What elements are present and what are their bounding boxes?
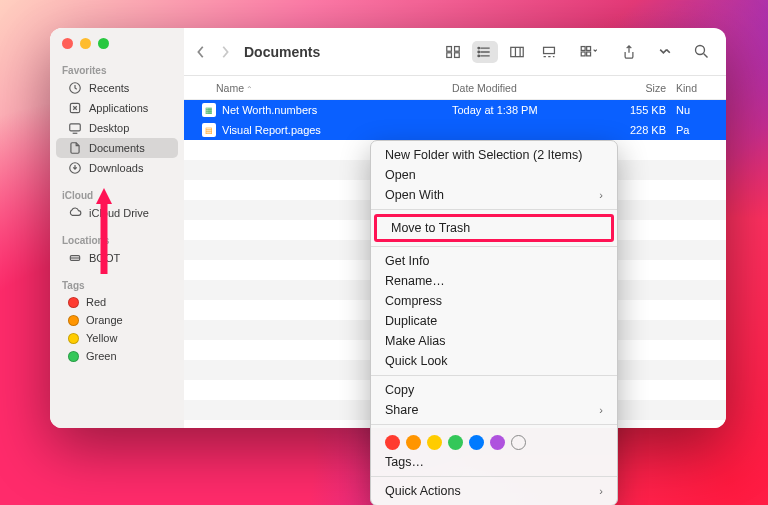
column-header-date[interactable]: Date Modified	[452, 82, 602, 94]
sidebar-heading-locations: Locations	[50, 231, 184, 248]
sidebar-item-icloud-drive[interactable]: iCloud Drive	[56, 203, 178, 223]
file-name: Visual Report.pages	[222, 124, 321, 136]
file-row[interactable]: ▦Net Worth.numbers Today at 1:38 PM 155 …	[184, 100, 726, 120]
toolbar: Documents	[184, 28, 726, 76]
chevron-right-icon: ›	[599, 404, 603, 416]
file-kind: Nu	[676, 104, 726, 116]
sidebar-tag-orange[interactable]: Orange	[56, 311, 178, 329]
forward-button[interactable]	[220, 45, 230, 59]
ctx-open[interactable]: Open	[371, 165, 617, 185]
search-button[interactable]	[688, 41, 714, 63]
svg-point-9	[478, 47, 480, 49]
annotation-arrow	[95, 188, 113, 274]
file-row[interactable]: ▤Visual Report.pages 228 KB Pa	[184, 120, 726, 140]
tag-dot-icon	[68, 351, 79, 362]
sidebar-item-label: Green	[86, 350, 117, 362]
tag-dot-icon	[68, 333, 79, 344]
ctx-get-info[interactable]: Get Info	[371, 251, 617, 271]
svg-point-10	[478, 51, 480, 53]
svg-rect-8	[455, 52, 460, 57]
tag-color-none[interactable]	[511, 435, 526, 450]
svg-point-11	[478, 55, 480, 57]
tag-dot-icon	[68, 315, 79, 326]
sidebar-item-desktop[interactable]: Desktop	[56, 118, 178, 138]
file-kind: Pa	[676, 124, 726, 136]
sidebar-item-label: Desktop	[89, 122, 129, 134]
view-switcher	[440, 41, 562, 63]
sidebar-tag-green[interactable]: Green	[56, 347, 178, 365]
sidebar-tag-yellow[interactable]: Yellow	[56, 329, 178, 347]
svg-rect-7	[447, 52, 452, 57]
view-icons-button[interactable]	[440, 41, 466, 63]
file-name: Net Worth.numbers	[222, 104, 317, 116]
tag-dot-icon	[68, 297, 79, 308]
ctx-compress[interactable]: Compress	[371, 291, 617, 311]
annotation-highlight: Move to Trash	[374, 214, 614, 242]
numbers-file-icon: ▦	[202, 103, 216, 117]
sidebar-item-downloads[interactable]: Downloads	[56, 158, 178, 178]
file-size: 228 KB	[602, 124, 676, 136]
sidebar: Favorites Recents Applications Desktop D…	[50, 28, 184, 428]
ctx-tag-colors	[371, 429, 617, 452]
svg-point-18	[695, 46, 704, 55]
view-gallery-button[interactable]	[536, 41, 562, 63]
tag-color-purple[interactable]	[490, 435, 505, 450]
svg-rect-12	[511, 47, 523, 56]
sidebar-item-label: Yellow	[86, 332, 117, 344]
ctx-duplicate[interactable]: Duplicate	[371, 311, 617, 331]
svg-rect-5	[447, 46, 452, 51]
sidebar-item-applications[interactable]: Applications	[56, 98, 178, 118]
ctx-rename[interactable]: Rename…	[371, 271, 617, 291]
sidebar-heading-tags: Tags	[50, 276, 184, 293]
ctx-make-alias[interactable]: Make Alias	[371, 331, 617, 351]
minimize-button[interactable]	[80, 38, 91, 49]
ctx-separator	[371, 209, 617, 210]
sidebar-item-recents[interactable]: Recents	[56, 78, 178, 98]
cloud-icon	[68, 206, 82, 220]
doc-icon	[68, 141, 82, 155]
sidebar-item-label: Orange	[86, 314, 123, 326]
ctx-quick-look[interactable]: Quick Look	[371, 351, 617, 371]
ctx-share[interactable]: Share›	[371, 400, 617, 420]
svg-rect-2	[70, 124, 81, 131]
ctx-tags[interactable]: Tags…	[371, 452, 617, 472]
sidebar-item-label: Applications	[89, 102, 148, 114]
tag-color-orange[interactable]	[406, 435, 421, 450]
ctx-new-folder-selection[interactable]: New Folder with Selection (2 Items)	[371, 145, 617, 165]
share-button[interactable]	[616, 41, 642, 63]
sort-caret-icon: ⌃	[246, 85, 253, 94]
ctx-separator	[371, 246, 617, 247]
sidebar-tag-red[interactable]: Red	[56, 293, 178, 311]
disk-icon	[68, 251, 82, 265]
close-button[interactable]	[62, 38, 73, 49]
ctx-separator	[371, 424, 617, 425]
group-by-button[interactable]	[572, 41, 606, 63]
sidebar-item-label: Documents	[89, 142, 145, 154]
tag-color-yellow[interactable]	[427, 435, 442, 450]
column-header-kind[interactable]: Kind	[676, 82, 726, 94]
tag-color-green[interactable]	[448, 435, 463, 450]
back-button[interactable]	[196, 45, 206, 59]
file-size: 155 KB	[602, 104, 676, 116]
svg-rect-17	[587, 52, 591, 56]
svg-rect-16	[581, 52, 585, 56]
ctx-open-with[interactable]: Open With›	[371, 185, 617, 205]
tag-color-blue[interactable]	[469, 435, 484, 450]
clock-icon	[68, 81, 82, 95]
svg-rect-6	[455, 46, 460, 51]
pages-file-icon: ▤	[202, 123, 216, 137]
file-date: Today at 1:38 PM	[452, 104, 602, 116]
ctx-quick-actions[interactable]: Quick Actions›	[371, 481, 617, 501]
column-header-name[interactable]: Name⌃	[184, 82, 452, 94]
ctx-separator	[371, 375, 617, 376]
ctx-copy[interactable]: Copy	[371, 380, 617, 400]
view-list-button[interactable]	[472, 41, 498, 63]
tag-color-red[interactable]	[385, 435, 400, 450]
more-button[interactable]	[652, 41, 678, 63]
sidebar-item-documents[interactable]: Documents	[56, 138, 178, 158]
zoom-button[interactable]	[98, 38, 109, 49]
view-columns-button[interactable]	[504, 41, 530, 63]
sidebar-item-boot[interactable]: BOOT	[56, 248, 178, 268]
ctx-move-to-trash[interactable]: Move to Trash	[377, 217, 611, 239]
column-header-size[interactable]: Size	[602, 82, 676, 94]
